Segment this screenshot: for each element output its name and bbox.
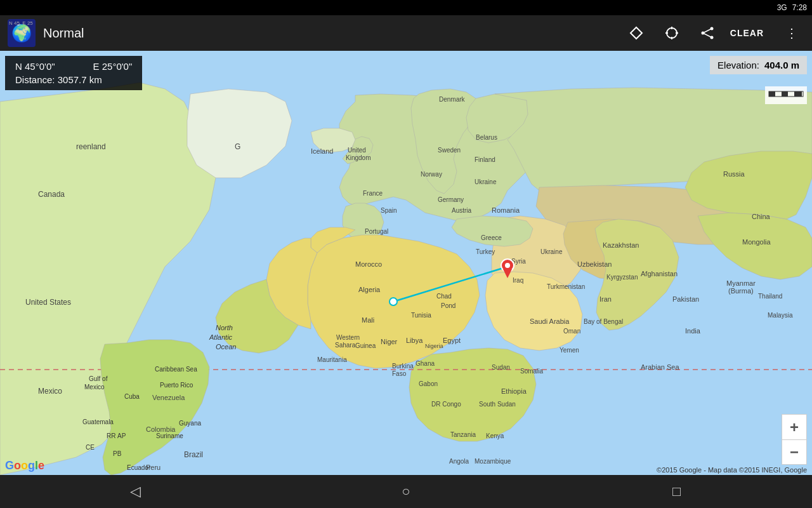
svg-text:Iraq: Iraq xyxy=(513,277,523,284)
svg-text:Mali: Mali xyxy=(362,316,374,324)
svg-text:Mexico: Mexico xyxy=(38,387,62,396)
svg-text:RR: RR xyxy=(107,432,115,439)
zoom-in-button[interactable]: + xyxy=(782,414,807,439)
svg-text:Egypt: Egypt xyxy=(443,337,461,344)
svg-text:Sudan: Sudan xyxy=(492,364,510,371)
svg-text:Ocean: Ocean xyxy=(216,343,236,351)
svg-text:Yemen: Yemen xyxy=(560,347,579,354)
svg-text:Malaysia: Malaysia xyxy=(768,312,793,319)
clear-button[interactable]: CLEAR xyxy=(725,25,769,41)
svg-text:France: France xyxy=(363,190,383,197)
clock: 7:28 xyxy=(792,3,807,12)
more-button[interactable]: ⋮ xyxy=(779,20,804,46)
svg-text:Austria: Austria xyxy=(452,207,472,214)
svg-text:Kyrgyzstan: Kyrgyzstan xyxy=(606,274,638,281)
svg-point-1 xyxy=(667,28,677,38)
svg-text:Turkey: Turkey xyxy=(476,248,495,255)
svg-text:Sweden: Sweden xyxy=(438,147,461,154)
svg-text:Myanmar(Burma): Myanmar(Burma) xyxy=(726,279,756,295)
svg-text:Germany: Germany xyxy=(438,196,464,203)
svg-text:Saudi Arabia: Saudi Arabia xyxy=(530,318,570,325)
svg-text:Gulf of: Gulf of xyxy=(89,375,108,382)
svg-text:Puerto Rico: Puerto Rico xyxy=(160,382,193,389)
svg-text:Arabian Sea: Arabian Sea xyxy=(641,363,679,371)
svg-text:Finland: Finland xyxy=(475,156,495,163)
crosshair-button[interactable] xyxy=(659,20,684,46)
svg-text:Mauritania: Mauritania xyxy=(317,356,347,363)
svg-text:Caribbean Sea: Caribbean Sea xyxy=(155,366,197,373)
coord-east: E 25°0'0" xyxy=(93,61,133,72)
svg-text:Pakistan: Pakistan xyxy=(672,295,699,303)
logo-coords: N 45, E 25 xyxy=(9,20,33,26)
svg-text:AP: AP xyxy=(117,432,126,439)
svg-rect-106 xyxy=(782,91,788,97)
google-logo: Google xyxy=(5,459,44,472)
google-o1: o xyxy=(14,459,21,472)
coord-north: N 45°0'0" xyxy=(15,61,55,72)
svg-text:Tunisia: Tunisia xyxy=(411,312,431,319)
svg-text:Kenya: Kenya xyxy=(486,432,504,439)
home-button[interactable]: ○ xyxy=(387,479,425,504)
back-button[interactable]: ◁ xyxy=(116,479,154,504)
globe-icon: 🌍 xyxy=(11,23,32,43)
svg-text:North: North xyxy=(216,324,233,331)
zoom-controls: + − xyxy=(782,414,807,465)
svg-text:Guinea: Guinea xyxy=(355,342,376,349)
distance-value: 3057.7 km xyxy=(58,74,102,85)
svg-text:Brazil: Brazil xyxy=(184,450,203,459)
elevation-label: Elevation: xyxy=(717,60,759,70)
map-mode-label: Normal xyxy=(43,26,613,41)
diamond-button[interactable] xyxy=(624,20,649,46)
svg-text:Atlantic: Atlantic xyxy=(209,333,233,341)
svg-text:Kingdom: Kingdom xyxy=(346,154,370,161)
svg-text:Libya: Libya xyxy=(406,337,423,344)
svg-text:Romania: Romania xyxy=(492,206,520,214)
svg-text:Mozambique: Mozambique xyxy=(475,458,511,465)
google-e: e xyxy=(38,459,44,472)
svg-text:Algeria: Algeria xyxy=(358,286,381,293)
status-bar: 3G 7:28 xyxy=(0,0,812,15)
google-g2: g xyxy=(28,459,35,472)
top-bar: N 45, E 25 🌍 Normal CLEAR ⋮ xyxy=(0,15,812,51)
map-svg: Canada United States Mexico Venezuela Co… xyxy=(0,51,812,475)
coord-overlay: N 45°0'0" E 25°0'0" Distance: 3057.7 km xyxy=(5,56,142,90)
svg-text:United: United xyxy=(348,147,366,154)
map-container[interactable]: Canada United States Mexico Venezuela Co… xyxy=(0,51,812,475)
svg-text:Canada: Canada xyxy=(38,190,65,199)
app-logo: N 45, E 25 🌍 xyxy=(8,19,36,47)
svg-text:Russia: Russia xyxy=(723,170,745,178)
svg-text:Venezuela: Venezuela xyxy=(152,394,185,401)
share-button[interactable] xyxy=(695,20,720,46)
svg-text:Iran: Iran xyxy=(599,295,612,303)
svg-text:PB: PB xyxy=(113,450,122,457)
copyright: ©2015 Google - Map data ©2015 INEGI, Goo… xyxy=(657,466,807,474)
svg-text:Suriname: Suriname xyxy=(156,432,183,439)
svg-text:CE: CE xyxy=(86,444,95,451)
svg-text:China: China xyxy=(752,213,771,220)
svg-rect-105 xyxy=(769,91,775,97)
svg-text:Denmark: Denmark xyxy=(439,96,466,103)
svg-text:Nigeria: Nigeria xyxy=(425,343,443,349)
svg-text:Chad: Chad xyxy=(436,293,452,300)
svg-text:Bay of Bengal: Bay of Bengal xyxy=(584,318,623,325)
svg-text:Afghanistan: Afghanistan xyxy=(641,270,678,277)
elevation-overlay: Elevation: 404.0 m xyxy=(710,56,807,74)
svg-text:Ethiopia: Ethiopia xyxy=(501,387,527,395)
svg-text:Ghana: Ghana xyxy=(416,360,435,367)
svg-text:Belarus: Belarus xyxy=(476,134,497,141)
scale-bar xyxy=(765,86,807,104)
svg-text:Thailand: Thailand xyxy=(758,293,782,300)
svg-text:Cuba: Cuba xyxy=(124,393,140,400)
waypoint-start xyxy=(390,298,397,305)
svg-text:Guyana: Guyana xyxy=(179,420,201,427)
zoom-out-button[interactable]: − xyxy=(782,439,807,465)
svg-text:Portugal: Portugal xyxy=(365,228,388,235)
svg-text:Mexico: Mexico xyxy=(84,384,105,391)
svg-text:Uzbekistan: Uzbekistan xyxy=(577,260,612,268)
recents-button[interactable]: □ xyxy=(658,479,696,504)
svg-text:Iceland: Iceland xyxy=(311,147,333,155)
svg-text:Oman: Oman xyxy=(563,328,580,335)
svg-text:Ukraine: Ukraine xyxy=(540,248,563,255)
svg-text:Ecuador: Ecuador xyxy=(127,464,151,471)
svg-text:Greece: Greece xyxy=(481,234,502,241)
